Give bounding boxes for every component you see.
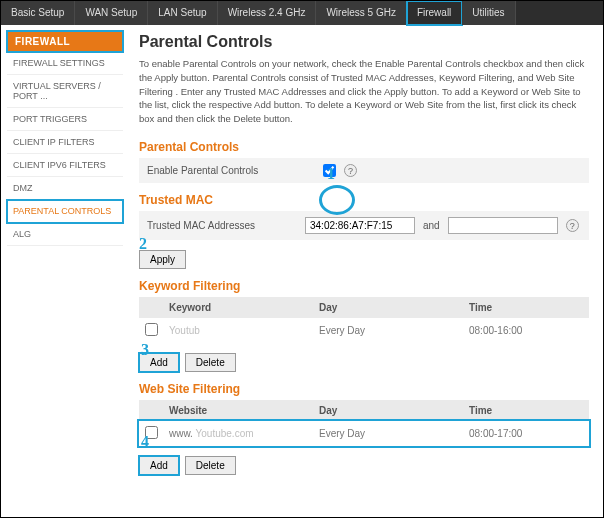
sidebar-item-dmz[interactable]: DMZ <box>7 177 123 200</box>
sidebar-item-parental-controls[interactable]: PARENTAL CONTROLS <box>7 200 123 223</box>
section-keyword-heading: Keyword Filtering <box>139 279 589 293</box>
tab-wireless-5[interactable]: Wireless 5 GHz <box>316 1 406 25</box>
apply-button[interactable]: Apply <box>139 250 186 269</box>
tab-basic-setup[interactable]: Basic Setup <box>1 1 75 25</box>
trusted-mac-panel: Trusted MAC Addresses and ? <box>139 211 589 240</box>
website-row-checkbox[interactable] <box>145 426 158 439</box>
col-day: Day <box>319 405 469 416</box>
tab-lan-setup[interactable]: LAN Setup <box>148 1 217 25</box>
keyword-table-header: Keyword Day Time <box>139 297 589 318</box>
website-add-button[interactable]: Add <box>139 456 179 475</box>
sidebar-item-firewall-settings[interactable]: FIREWALL SETTINGS <box>7 52 123 75</box>
website-cell-site: www. Youtube.com <box>169 428 319 439</box>
section-trusted-heading: Trusted MAC <box>139 193 589 207</box>
sidebar-item-port-triggers[interactable]: PORT TRIGGERS <box>7 108 123 131</box>
trusted-mac-label: Trusted MAC Addresses <box>147 220 297 231</box>
keyword-cell-keyword: Youtub <box>169 325 319 336</box>
website-table-row: www. Youtube.com Every Day 08:00-17:00 <box>139 421 589 446</box>
col-keyword: Keyword <box>169 302 319 313</box>
sidebar-header: FIREWALL <box>7 31 123 52</box>
website-delete-button[interactable]: Delete <box>185 456 236 475</box>
keyword-add-button[interactable]: Add <box>139 353 179 372</box>
top-nav: Basic Setup WAN Setup LAN Setup Wireless… <box>1 1 603 25</box>
enable-parental-checkbox[interactable] <box>323 164 336 177</box>
help-icon[interactable]: ? <box>344 164 357 177</box>
keyword-delete-button[interactable]: Delete <box>185 353 236 372</box>
sidebar-item-client-ipv6-filters[interactable]: CLIENT IPV6 FILTERS <box>7 154 123 177</box>
col-day: Day <box>319 302 469 313</box>
section-website-heading: Web Site Filtering <box>139 382 589 396</box>
section-parental-heading: Parental Controls <box>139 140 589 154</box>
keyword-cell-day: Every Day <box>319 325 469 336</box>
keyword-row-checkbox[interactable] <box>145 323 158 336</box>
keyword-cell-time: 08:00-16:00 <box>469 325 583 336</box>
sidebar-item-virtual-servers[interactable]: VIRTUAL SERVERS / PORT ... <box>7 75 123 108</box>
sidebar-item-alg[interactable]: ALG <box>7 223 123 246</box>
and-label: and <box>423 220 440 231</box>
trusted-mac-input-1[interactable] <box>305 217 415 234</box>
main-content: Parental Controls To enable Parental Con… <box>129 25 603 483</box>
page-title: Parental Controls <box>139 33 589 51</box>
trusted-mac-input-2[interactable] <box>448 217 558 234</box>
sidebar: FIREWALL FIREWALL SETTINGS VIRTUAL SERVE… <box>1 25 129 483</box>
website-table-header: Website Day Time <box>139 400 589 421</box>
website-cell-time: 08:00-17:00 <box>469 428 583 439</box>
page-description: To enable Parental Controls on your netw… <box>139 57 589 126</box>
enable-parental-label: Enable Parental Controls <box>147 165 297 176</box>
tab-utilities[interactable]: Utilities <box>462 1 515 25</box>
enable-parental-panel: Enable Parental Controls ? <box>139 158 589 183</box>
col-website: Website <box>169 405 319 416</box>
col-time: Time <box>469 302 583 313</box>
tab-wireless-24[interactable]: Wireless 2.4 GHz <box>218 1 317 25</box>
sidebar-item-client-ip-filters[interactable]: CLIENT IP FILTERS <box>7 131 123 154</box>
col-time: Time <box>469 405 583 416</box>
help-icon[interactable]: ? <box>566 219 579 232</box>
tab-wan-setup[interactable]: WAN Setup <box>75 1 148 25</box>
website-cell-day: Every Day <box>319 428 469 439</box>
tab-firewall[interactable]: Firewall <box>407 1 462 25</box>
keyword-table-row: Youtub Every Day 08:00-16:00 <box>139 318 589 343</box>
